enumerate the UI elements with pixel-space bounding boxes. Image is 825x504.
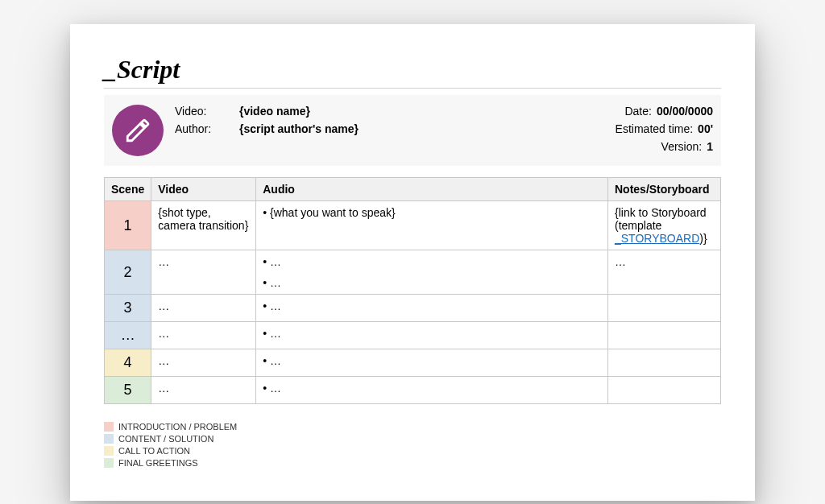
audio-cell: … [256, 377, 608, 404]
est-label: Estimated time: [616, 122, 693, 135]
notes-cell [608, 322, 721, 349]
legend-row: FINAL GREETINGS [104, 458, 721, 468]
audio-item: … [263, 300, 601, 312]
video-label: Video: [175, 105, 239, 118]
version-value: 1 [707, 140, 713, 153]
date-value: 00/00/0000 [657, 105, 713, 118]
author-label: Author: [175, 122, 239, 135]
scene-number: 5 [105, 377, 151, 404]
legend-label: INTRODUCTION / PROBLEM [118, 422, 237, 432]
storyboard-link[interactable]: _STORYBOARD [615, 232, 699, 245]
legend-row: INTRODUCTION / PROBLEM [104, 422, 721, 432]
video-cell: … [151, 377, 256, 404]
legend-row: CALL TO ACTION [104, 446, 721, 456]
legend-swatch [104, 458, 114, 468]
audio-item: … [263, 255, 601, 268]
legend: INTRODUCTION / PROBLEMCONTENT / SOLUTION… [104, 422, 721, 468]
audio-item: … [263, 327, 601, 340]
scene-number: … [105, 322, 151, 349]
table-row: 4…… [105, 349, 721, 377]
scene-number: 2 [105, 250, 151, 295]
table-row: 3…… [105, 295, 721, 322]
col-scene: Scene [105, 178, 151, 201]
audio-cell: …… [256, 250, 608, 295]
video-cell: … [151, 349, 256, 377]
audio-item: … [263, 354, 601, 367]
table-row: 5…… [105, 377, 721, 404]
audio-cell: … [256, 295, 608, 322]
legend-swatch [104, 446, 114, 456]
video-cell: {shot type, camera transition} [151, 201, 256, 250]
col-notes: Notes/Storyboard [608, 178, 721, 201]
table-row: ……… [105, 322, 721, 349]
page-title: _Script [104, 55, 721, 89]
video-cell: … [151, 322, 256, 349]
video-value: {video name} [239, 105, 310, 118]
est-value: 00' [698, 122, 713, 135]
audio-cell: … [256, 322, 608, 349]
notes-cell [608, 295, 721, 322]
meta-block: Video: {video name} Author: {script auth… [104, 95, 721, 166]
audio-item: … [263, 382, 601, 395]
notes-text: {link to Storyboard (template [615, 206, 707, 232]
date-label: Date: [624, 105, 651, 118]
notes-cell [608, 349, 721, 377]
scene-number: 4 [105, 349, 151, 377]
legend-swatch [104, 422, 114, 432]
author-value: {script author's name} [239, 122, 359, 135]
version-label: Version: [661, 140, 703, 153]
notes-text: … [615, 255, 626, 268]
audio-item: {what you want to speak} [263, 206, 601, 219]
notes-text: )} [699, 232, 707, 245]
notes-cell [608, 377, 721, 404]
script-table: Scene Video Audio Notes/Storyboard 1{sho… [104, 177, 721, 404]
video-cell: … [151, 295, 256, 322]
scene-number: 3 [105, 295, 151, 322]
col-video: Video [151, 178, 256, 201]
meta-left: Video: {video name} Author: {script auth… [175, 105, 604, 140]
video-cell: … [151, 250, 256, 295]
script-template-page: _Script Video: {video name} Author: {scr… [70, 24, 755, 501]
legend-label: CONTENT / SOLUTION [118, 434, 214, 444]
legend-label: FINAL GREETINGS [118, 458, 198, 468]
audio-cell: … [256, 349, 608, 377]
table-row: 1{shot type, camera transition}{what you… [105, 201, 721, 250]
table-row: 2………… [105, 250, 721, 295]
notes-cell: {link to Storyboard (template _STORYBOAR… [608, 201, 721, 250]
notes-cell: … [608, 250, 721, 295]
pencil-icon [112, 105, 164, 156]
col-audio: Audio [256, 178, 608, 201]
scene-number: 1 [105, 201, 151, 250]
audio-item: … [263, 276, 601, 289]
legend-label: CALL TO ACTION [118, 446, 190, 456]
meta-right: Date: 00/00/0000 Estimated time: 00' Ver… [616, 105, 713, 158]
audio-cell: {what you want to speak} [256, 201, 608, 250]
legend-swatch [104, 434, 114, 444]
legend-row: CONTENT / SOLUTION [104, 434, 721, 444]
